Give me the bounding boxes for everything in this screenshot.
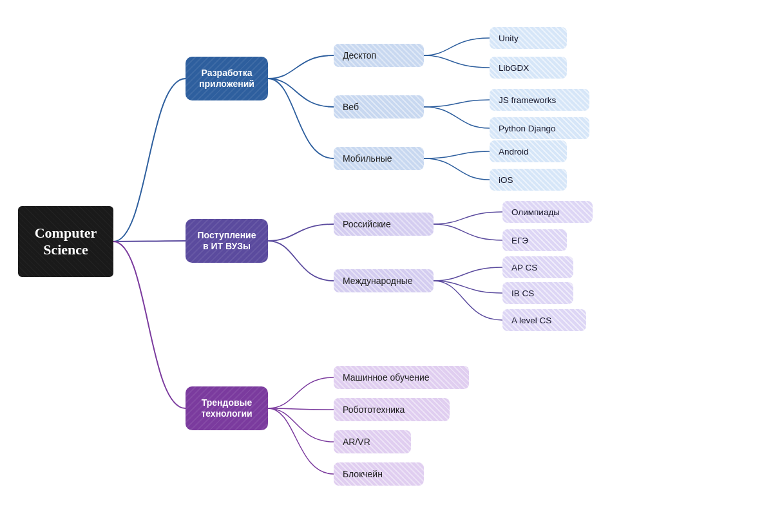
category-razrabotka: Разработка приложений: [186, 57, 268, 100]
leaf-ibcs-label: IB CS: [511, 289, 534, 298]
category-postuplenie: Поступление в ИТ ВУЗы: [186, 219, 268, 263]
sub-international-label: Международные: [343, 276, 413, 286]
leaf-unity-label: Unity: [499, 33, 519, 43]
leaf-android: Android: [490, 140, 567, 162]
leaf-apcs-label: AP CS: [511, 263, 537, 272]
category-trendovye: Трендовые технологии: [186, 386, 268, 430]
leaf-ios-label: iOS: [499, 175, 513, 185]
sub-block: Блокчейн: [334, 462, 424, 486]
leaf-alevel-label: A level CS: [511, 316, 551, 325]
leaf-olimp: Олимпиады: [502, 201, 593, 223]
sub-mobile-label: Мобильные: [343, 153, 392, 164]
sub-arvr: AR/VR: [334, 430, 411, 453]
leaf-ios: iOS: [490, 169, 567, 191]
root-node: Computer Science: [18, 206, 113, 277]
category-trendovye-label: Трендовые технологии: [201, 397, 252, 419]
sub-web-label: Веб: [343, 102, 359, 112]
leaf-android-label: Android: [499, 147, 529, 157]
sub-robo: Робототехника: [334, 398, 450, 421]
leaf-ibcs: IB CS: [502, 282, 573, 304]
sub-arvr-label: AR/VR: [343, 437, 370, 447]
leaf-olimp-label: Олимпиады: [511, 207, 560, 217]
leaf-unity: Unity: [490, 27, 567, 49]
category-postuplenie-label: Поступление в ИТ ВУЗы: [197, 230, 256, 252]
mindmap-container: Computer Science Разработка приложений П…: [0, 0, 773, 532]
sub-desktop-label: Десктоп: [343, 50, 376, 61]
root-label: Computer Science: [18, 225, 113, 259]
sub-international: Международные: [334, 269, 434, 292]
sub-web: Веб: [334, 95, 424, 119]
leaf-libgdx-label: LibGDX: [499, 63, 529, 73]
leaf-ege: ЕГЭ: [502, 229, 567, 251]
sub-ml-label: Машинное обучение: [343, 372, 430, 383]
sub-russian: Российские: [334, 213, 434, 236]
leaf-django-label: Python Django: [499, 124, 556, 133]
category-razrabotka-label: Разработка приложений: [199, 68, 254, 90]
leaf-ege-label: ЕГЭ: [511, 236, 528, 245]
sub-desktop: Десктоп: [334, 44, 424, 67]
sub-ml: Машинное обучение: [334, 366, 469, 389]
leaf-apcs: AP CS: [502, 256, 573, 278]
leaf-js-label: JS frameworks: [499, 95, 556, 105]
sub-mobile: Мобильные: [334, 147, 424, 170]
sub-block-label: Блокчейн: [343, 469, 383, 479]
sub-russian-label: Российские: [343, 219, 391, 229]
leaf-libgdx: LibGDX: [490, 57, 567, 79]
leaf-django: Python Django: [490, 117, 589, 139]
leaf-alevel: A level CS: [502, 309, 586, 331]
sub-robo-label: Робототехника: [343, 404, 405, 415]
leaf-js: JS frameworks: [490, 89, 589, 111]
